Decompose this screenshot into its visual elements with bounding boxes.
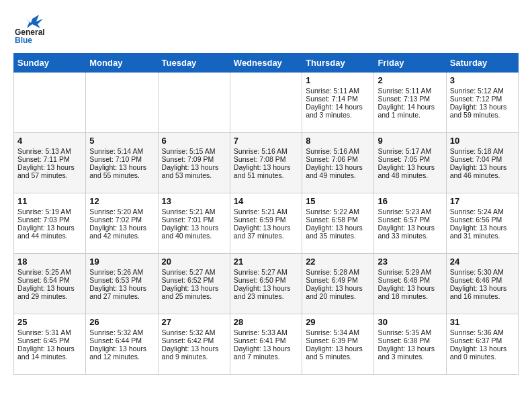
daylight-text: Daylight: 13 hours and 44 minutes. [17,224,75,240]
calendar-cell [230,73,302,133]
daylight-text: Daylight: 13 hours and 0 minutes. [450,345,507,361]
column-header-tuesday: Tuesday [158,54,230,73]
calendar-cell: 1Sunrise: 5:11 AMSunset: 7:14 PMDaylight… [302,73,374,133]
day-number: 20 [162,257,226,267]
daylight-text: Daylight: 13 hours and 23 minutes. [234,284,291,300]
daylight-text: Daylight: 13 hours and 9 minutes. [162,345,219,361]
sunrise-text: Sunrise: 5:24 AM [450,208,504,216]
sunset-text: Sunset: 7:08 PM [234,155,286,163]
day-number: 7 [234,136,298,146]
calendar-cell [14,73,86,133]
daylight-text: Daylight: 14 hours and 3 minutes. [306,103,363,119]
daylight-text: Daylight: 13 hours and 40 minutes. [162,224,219,240]
calendar-cell: 17Sunrise: 5:24 AMSunset: 6:56 PMDayligh… [446,193,518,254]
sunset-text: Sunset: 6:50 PM [234,276,286,284]
daylight-text: Daylight: 13 hours and 31 minutes. [450,224,507,240]
day-number: 5 [89,136,154,146]
calendar-week-3: 11Sunrise: 5:19 AMSunset: 7:03 PMDayligh… [14,193,519,254]
daylight-text: Daylight: 13 hours and 42 minutes. [89,224,146,240]
day-number: 6 [162,136,226,146]
sunset-text: Sunset: 7:13 PM [378,95,430,103]
column-header-friday: Friday [374,54,446,73]
calendar-cell: 12Sunrise: 5:20 AMSunset: 7:02 PMDayligh… [86,193,158,254]
sunset-text: Sunset: 6:57 PM [378,216,430,224]
sunrise-text: Sunrise: 5:19 AM [17,208,71,216]
sunset-text: Sunset: 7:09 PM [162,155,214,163]
sunrise-text: Sunrise: 5:17 AM [378,147,431,155]
calendar-cell: 24Sunrise: 5:30 AMSunset: 6:46 PMDayligh… [446,254,518,314]
daylight-text: Daylight: 13 hours and 57 minutes. [17,163,75,179]
svg-marker-0 [26,15,43,28]
calendar-cell: 16Sunrise: 5:23 AMSunset: 6:57 PMDayligh… [374,193,446,254]
daylight-text: Daylight: 13 hours and 14 minutes. [17,345,75,361]
day-number: 25 [17,317,82,327]
calendar-cell: 9Sunrise: 5:17 AMSunset: 7:05 PMDaylight… [374,133,446,193]
sunrise-text: Sunrise: 5:29 AM [378,268,431,276]
daylight-text: Daylight: 13 hours and 33 minutes. [378,224,435,240]
calendar-cell: 27Sunrise: 5:32 AMSunset: 6:42 PMDayligh… [158,314,230,375]
sunset-text: Sunset: 7:14 PM [306,95,358,103]
daylight-text: Daylight: 13 hours and 51 minutes. [234,163,291,179]
sunrise-text: Sunrise: 5:32 AM [162,328,216,336]
sunrise-text: Sunrise: 5:11 AM [306,87,359,95]
column-header-monday: Monday [86,54,158,73]
daylight-text: Daylight: 13 hours and 18 minutes. [378,284,435,300]
sunset-text: Sunset: 7:03 PM [17,216,70,224]
svg-text:Blue: Blue [15,36,32,44]
calendar-cell: 8Sunrise: 5:16 AMSunset: 7:06 PMDaylight… [302,133,374,193]
sunset-text: Sunset: 6:49 PM [306,276,358,284]
day-number: 13 [162,196,226,206]
sunrise-text: Sunrise: 5:12 AM [450,87,504,95]
day-number: 4 [17,136,82,146]
day-number: 19 [89,257,154,267]
sunset-text: Sunset: 7:05 PM [378,155,430,163]
calendar-cell: 18Sunrise: 5:25 AMSunset: 6:54 PMDayligh… [14,254,86,314]
sunset-text: Sunset: 6:42 PM [162,336,214,345]
sunset-text: Sunset: 7:11 PM [17,155,70,163]
daylight-text: Daylight: 13 hours and 46 minutes. [450,163,507,179]
calendar-cell: 29Sunrise: 5:34 AMSunset: 6:39 PMDayligh… [302,314,374,375]
sunset-text: Sunset: 6:58 PM [306,216,358,224]
sunset-text: Sunset: 6:48 PM [378,276,430,284]
sunset-text: Sunset: 6:54 PM [17,276,70,284]
sunrise-text: Sunrise: 5:11 AM [378,87,431,95]
calendar-cell: 19Sunrise: 5:26 AMSunset: 6:53 PMDayligh… [86,254,158,314]
column-header-saturday: Saturday [446,54,518,73]
sunrise-text: Sunrise: 5:27 AM [162,268,216,276]
daylight-text: Daylight: 13 hours and 53 minutes. [162,163,219,179]
day-number: 8 [306,136,370,146]
daylight-text: Daylight: 13 hours and 5 minutes. [306,345,363,361]
sunrise-text: Sunrise: 5:15 AM [162,147,216,155]
sunrise-text: Sunrise: 5:25 AM [17,268,71,276]
sunset-text: Sunset: 6:59 PM [234,216,286,224]
daylight-text: Daylight: 13 hours and 37 minutes. [234,224,291,240]
day-number: 18 [17,257,82,267]
day-number: 12 [89,196,154,206]
calendar-week-4: 18Sunrise: 5:25 AMSunset: 6:54 PMDayligh… [14,254,519,314]
day-number: 21 [234,257,298,267]
sunset-text: Sunset: 6:39 PM [306,336,358,345]
daylight-text: Daylight: 13 hours and 55 minutes. [89,163,146,179]
calendar-cell: 22Sunrise: 5:28 AMSunset: 6:49 PMDayligh… [302,254,374,314]
sunset-text: Sunset: 7:01 PM [162,216,214,224]
calendar-table: SundayMondayTuesdayWednesdayThursdayFrid… [13,53,519,375]
logo-icon: General Blue [13,13,47,44]
logo: General Blue [13,13,47,46]
calendar-cell: 4Sunrise: 5:13 AMSunset: 7:11 PMDaylight… [14,133,86,193]
sunrise-text: Sunrise: 5:32 AM [89,328,143,336]
day-number: 31 [450,317,515,327]
day-number: 28 [234,317,298,327]
day-number: 11 [17,196,82,206]
sunrise-text: Sunrise: 5:21 AM [234,208,287,216]
daylight-text: Daylight: 13 hours and 29 minutes. [17,284,75,300]
day-number: 22 [306,257,370,267]
day-number: 9 [378,136,442,146]
sunset-text: Sunset: 6:44 PM [89,336,142,345]
sunset-text: Sunset: 7:06 PM [306,155,358,163]
calendar-cell: 5Sunrise: 5:14 AMSunset: 7:10 PMDaylight… [86,133,158,193]
calendar-cell: 31Sunrise: 5:36 AMSunset: 6:37 PMDayligh… [446,314,518,375]
sunrise-text: Sunrise: 5:31 AM [17,328,71,336]
sunrise-text: Sunrise: 5:13 AM [17,147,71,155]
day-number: 27 [162,317,226,327]
calendar-cell: 26Sunrise: 5:32 AMSunset: 6:44 PMDayligh… [86,314,158,375]
